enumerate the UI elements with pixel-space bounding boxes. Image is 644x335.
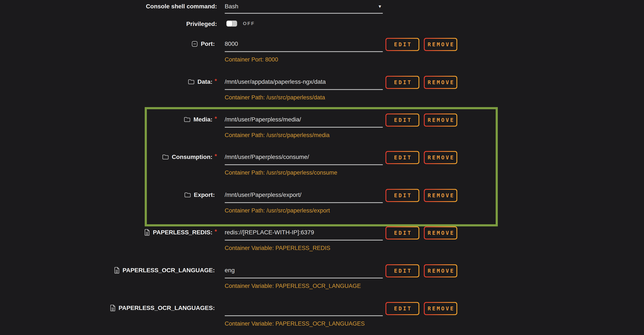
input-underline <box>225 89 383 90</box>
folder-icon <box>184 117 190 122</box>
required-mark: * <box>214 77 217 84</box>
container-mapping-text: Container Port: 8000 <box>225 56 278 63</box>
toggle-knob <box>226 21 232 26</box>
paperless-ocr-language-input[interactable]: eng <box>225 266 379 275</box>
container-mapping-text: Container Path: /usr/src/paperless/media <box>225 132 330 139</box>
chevron-down-icon[interactable]: ▼ <box>378 2 382 11</box>
docker-template-settings-page: Console shell command: Bash ▼ Privileged… <box>0 0 644 335</box>
paperless-ocr-languages-input[interactable] <box>225 303 379 313</box>
console-shell-command-label: Console shell command: <box>146 3 217 10</box>
edit-button[interactable]: EDIT <box>386 76 419 89</box>
variable-icon <box>114 267 120 274</box>
field-label: Media: <box>193 116 212 123</box>
data-path-input[interactable]: /mnt/user/appdata/paperless-ngx/data <box>225 77 379 86</box>
field-label: PAPERLESS_REDIS: <box>153 229 212 236</box>
paperless-redis-input[interactable]: redis://[REPLACE-WITH-IP]:6379 <box>225 228 379 237</box>
input-underline <box>225 278 383 279</box>
privileged-toggle[interactable] <box>226 20 237 26</box>
container-mapping-text: Container Path: /usr/src/paperless/expor… <box>225 207 330 214</box>
folder-icon <box>162 154 169 160</box>
input-underline <box>225 164 383 165</box>
input-underline <box>225 315 383 316</box>
edit-button[interactable]: EDIT <box>386 38 419 51</box>
row-media: Media: * /mnt/user/Paperpless/media/ EDI… <box>0 113 644 143</box>
media-path-input[interactable]: /mnt/user/Paperpless/media/ <box>225 115 379 124</box>
row-export: Export: /mnt/user/Paperpless/export/ EDI… <box>0 189 644 219</box>
field-label: Consumption: <box>172 154 212 160</box>
row-data: Data: * /mnt/user/appdata/paperless-ngx/… <box>0 75 644 105</box>
row-privileged: Privileged: OFF <box>0 17 644 29</box>
field-label: Port: <box>201 40 215 47</box>
privileged-label: Privileged: <box>186 20 217 27</box>
input-underline <box>225 202 383 203</box>
remove-button[interactable]: REMOVE <box>424 76 457 89</box>
console-shell-command-select[interactable]: Bash <box>225 2 379 11</box>
container-mapping-text: Container Variable: PAPERLESS_OCR_LANGUA… <box>225 320 365 327</box>
row-paperless-ocr-languages: PAPERLESS_OCR_LANGUAGES: EDIT REMOVE Con… <box>0 302 644 332</box>
input-underline <box>225 240 383 241</box>
remove-button[interactable]: REMOVE <box>424 113 457 127</box>
variable-icon <box>144 229 150 236</box>
container-mapping-text: Container Path: /usr/src/paperless/consu… <box>225 169 337 176</box>
folder-icon <box>188 79 194 85</box>
edit-button[interactable]: EDIT <box>386 226 419 240</box>
field-label: Export: <box>194 192 215 198</box>
field-label: PAPERLESS_OCR_LANGUAGE: <box>123 267 215 274</box>
variable-icon <box>110 305 116 312</box>
edit-button[interactable]: EDIT <box>386 151 419 164</box>
required-mark: * <box>214 228 217 235</box>
remove-button[interactable]: REMOVE <box>424 226 457 240</box>
edit-button[interactable]: EDIT <box>386 189 419 202</box>
consumption-path-input[interactable]: /mnt/user/Paperpless/consume/ <box>225 152 379 162</box>
privileged-state: OFF <box>243 19 255 28</box>
port-input[interactable]: 8000 <box>225 39 379 49</box>
select-underline <box>225 13 383 14</box>
port-icon <box>192 41 198 47</box>
field-label: Data: <box>198 78 212 85</box>
remove-button[interactable]: REMOVE <box>424 151 457 164</box>
remove-button[interactable]: REMOVE <box>424 38 457 51</box>
required-mark: * <box>214 153 217 160</box>
folder-icon <box>184 192 191 198</box>
row-console-shell-command: Console shell command: Bash ▼ <box>0 0 644 15</box>
row-port: Port: 8000 EDIT REMOVE Container Port: 8… <box>0 37 644 67</box>
container-mapping-text: Container Variable: PAPERLESS_OCR_LANGUA… <box>225 283 361 289</box>
row-paperless-redis: PAPERLESS_REDIS: * redis://[REPLACE-WITH… <box>0 226 644 256</box>
remove-button[interactable]: REMOVE <box>424 302 457 315</box>
required-mark: * <box>214 115 217 122</box>
edit-button[interactable]: EDIT <box>386 264 419 277</box>
container-mapping-text: Container Variable: PAPERLESS_REDIS <box>225 245 330 252</box>
edit-button[interactable]: EDIT <box>386 113 419 127</box>
remove-button[interactable]: REMOVE <box>424 264 457 277</box>
input-underline <box>225 127 383 128</box>
row-paperless-ocr-language: PAPERLESS_OCR_LANGUAGE: eng EDIT REMOVE … <box>0 264 644 294</box>
input-underline <box>225 51 383 52</box>
remove-button[interactable]: REMOVE <box>424 189 457 202</box>
container-mapping-text: Container Path: /usr/src/paperless/data <box>225 94 325 101</box>
field-label: PAPERLESS_OCR_LANGUAGES: <box>118 305 215 312</box>
edit-button[interactable]: EDIT <box>386 302 419 315</box>
export-path-input[interactable]: /mnt/user/Paperpless/export/ <box>225 190 379 200</box>
row-consumption: Consumption: * /mnt/user/Paperpless/cons… <box>0 151 644 181</box>
